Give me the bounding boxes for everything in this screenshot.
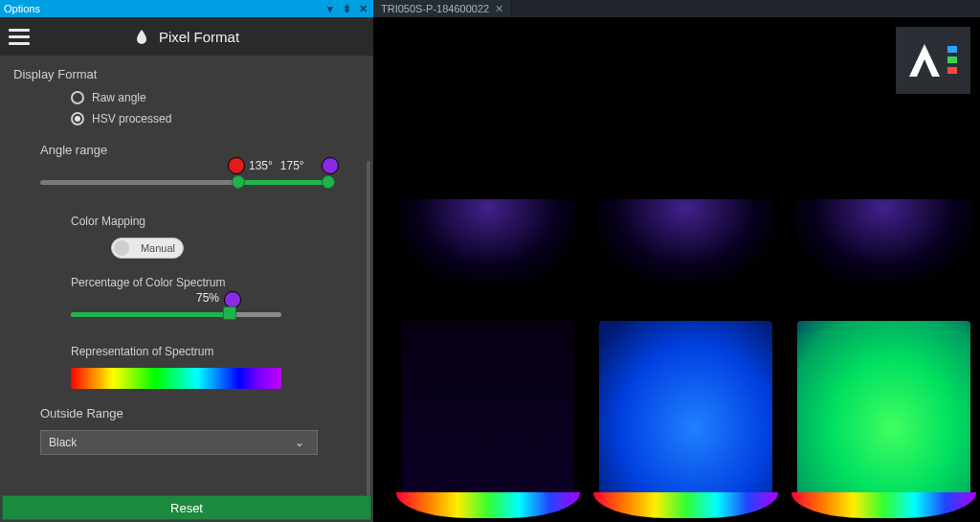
options-titlebar-label: Options [4,3,40,14]
angle-range-high-value: 175° [280,159,304,172]
radio-hsv-processed[interactable]: HSV processed [71,112,360,125]
viewer-tabbar: TRI050S-P-184600022 ✕ [373,0,980,17]
brand-logo [896,27,970,94]
options-panel: Options ▾ ⇟ ✕ Pixel Format Display Forma… [0,0,373,522]
svg-rect-0 [947,46,957,53]
radio-raw-angle-label: Raw angle [92,91,146,104]
spectrum-bar [71,368,281,389]
svg-rect-2 [947,67,957,74]
slider-fill [237,180,327,185]
options-titlebar: Options ▾ ⇟ ✕ [0,0,373,17]
viewer-canvas[interactable] [373,17,980,522]
radio-icon [71,112,84,125]
reset-button-label: Reset [170,501,203,515]
pixel-format-icon [134,29,149,44]
angle-range-low-endpoint[interactable] [228,157,245,174]
percent-spectrum-handle[interactable] [223,306,236,320]
display-format-label: Display Format [13,67,360,81]
close-panel-icon[interactable]: ✕ [356,2,369,15]
outside-range-dropdown[interactable]: Black ⌄ [40,430,318,455]
pin-icon[interactable]: ⇟ [340,2,353,15]
panel-body: Display Format Raw angle HSV processed A… [0,56,373,495]
representation-label: Representation of Spectrum [71,345,360,358]
svg-rect-1 [947,57,957,63]
angle-range-high-endpoint[interactable] [322,157,339,174]
percent-spectrum-value: 75% [196,291,219,305]
preview-glass-1 [392,199,584,518]
panel-title: Pixel Format [159,29,239,45]
angle-range-low-handle[interactable] [232,175,245,189]
preview-glass-2 [590,199,782,518]
outside-range-label: Outside Range [40,406,360,420]
viewer-pane: TRI050S-P-184600022 ✕ [373,0,980,522]
outside-range-selected: Black [49,436,77,449]
dropdown-icon[interactable]: ▾ [323,2,337,15]
angle-range-low-value: 135° [249,159,273,172]
percent-spectrum-label: Percentage of Color Spectrum [71,276,360,289]
close-icon[interactable]: ✕ [495,3,503,15]
viewer-tab[interactable]: TRI050S-P-184600022 ✕ [373,0,512,17]
chevron-down-icon: ⌄ [290,436,309,449]
angle-range-label: Angle range [40,143,360,157]
radio-raw-angle[interactable]: Raw angle [71,91,360,104]
color-mapping-toggle[interactable]: Manual [111,238,184,259]
radio-icon [71,91,84,104]
color-mapping-mode-label: Manual [141,242,175,254]
viewer-tab-label: TRI050S-P-184600022 [381,3,489,14]
preview-glass-3 [788,199,980,518]
panel-scrollbar[interactable] [367,161,370,495]
angle-range-high-handle[interactable] [322,175,335,189]
radio-hsv-label: HSV processed [92,112,171,125]
slider-fill [71,312,229,317]
percent-spectrum-slider[interactable]: 75% [71,299,360,328]
reset-button[interactable]: Reset [2,495,371,520]
panel-header: Pixel Format [0,17,373,56]
color-mapping-label: Color Mapping [71,215,360,228]
angle-range-slider[interactable]: 135° 175° [40,167,360,197]
menu-icon[interactable] [0,29,38,45]
preview-image [392,199,980,518]
